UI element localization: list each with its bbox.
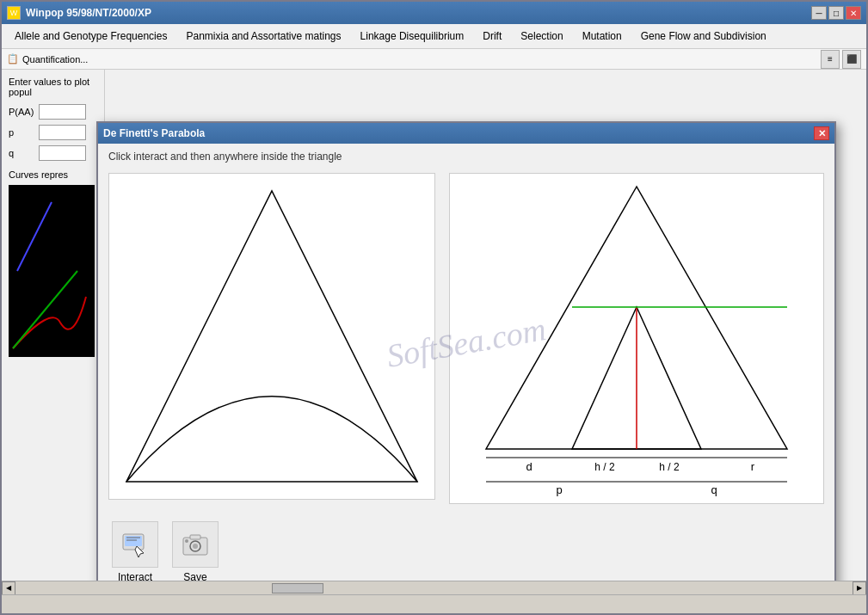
- scrollbar-track[interactable]: [29, 583, 839, 593]
- tab-panmixia[interactable]: Panmixia and Assortative matings: [176, 26, 350, 46]
- p-field: p: [9, 125, 97, 140]
- scrollbar-area: ◀ ▶: [2, 581, 866, 594]
- save-picture-button[interactable]: Savepicture: [172, 521, 219, 581]
- maximize-button[interactable]: □: [828, 6, 844, 20]
- tab-selection[interactable]: Selection: [511, 26, 572, 46]
- interact-button[interactable]: Interact: [112, 521, 158, 581]
- title-buttons: ─ □ ✕: [811, 6, 861, 20]
- svg-text:h / 2: h / 2: [594, 461, 615, 473]
- scroll-right-button[interactable]: ▶: [853, 581, 866, 595]
- app-icon: W: [7, 6, 21, 20]
- tab-linkage[interactable]: Linkage Disequilibrium: [351, 26, 474, 46]
- svg-text:r: r: [751, 460, 755, 473]
- close-button[interactable]: ✕: [846, 6, 861, 20]
- p-aa-field: P(AA): [9, 104, 97, 120]
- svg-line-1: [13, 271, 77, 348]
- interact-icon: [112, 521, 158, 568]
- q-input[interactable]: [39, 145, 86, 161]
- toolbar-btn-2[interactable]: ⬛: [842, 50, 861, 69]
- q-field: q: [9, 145, 97, 161]
- main-window: W Winpop 95/98/NT/2000/XP ─ □ ✕ Allele a…: [0, 0, 868, 615]
- dialog-window: De Finetti's Parabola ✕ Click interact a…: [96, 121, 836, 581]
- svg-point-22: [193, 544, 198, 549]
- save-picture-icon: [172, 521, 219, 568]
- p-input[interactable]: [39, 125, 86, 140]
- inner-breadcrumb: 📋 Quantification... ≡ ⬛: [2, 49, 866, 70]
- dialog-footer: Interact Savepicture: [98, 514, 834, 581]
- q-label: q: [9, 148, 39, 158]
- dialog-close-button[interactable]: ✕: [814, 126, 829, 140]
- p-aa-input[interactable]: [39, 104, 86, 120]
- toolbar-btn-1[interactable]: ≡: [821, 50, 840, 69]
- title-bar: W Winpop 95/98/NT/2000/XP ─ □ ✕: [2, 2, 866, 24]
- left-triangle-panel[interactable]: [108, 173, 435, 500]
- svg-point-24: [185, 539, 188, 543]
- breadcrumb-icon: 📋: [7, 53, 19, 65]
- interact-label: Interact: [118, 571, 152, 581]
- window-title: Winpop 95/98/NT/2000/XP: [26, 7, 151, 19]
- content-area: Enter values to plot popul P(AA) p q Cur…: [2, 70, 866, 581]
- p-aa-label: P(AA): [9, 107, 39, 117]
- tab-allele-genotype[interactable]: Allele and Genotype Frequencies: [5, 26, 176, 46]
- curves-label: Curves repres: [9, 169, 97, 180]
- save-picture-label: Savepicture: [180, 571, 211, 581]
- svg-text:q: q: [711, 483, 717, 496]
- svg-line-0: [17, 202, 52, 271]
- svg-text:p: p: [556, 483, 562, 496]
- tab-mutation[interactable]: Mutation: [573, 26, 631, 46]
- dialog-title-bar: De Finetti's Parabola ✕: [98, 123, 834, 144]
- dialog-content: d h / 2 h / 2 r p q: [98, 169, 834, 514]
- dialog-instruction: Click interact and then anywhere inside …: [98, 144, 834, 169]
- svg-text:d: d: [526, 460, 532, 473]
- status-bar: [2, 594, 866, 613]
- svg-text:h / 2: h / 2: [659, 461, 680, 473]
- sidebar-enter-label: Enter values to plot popul: [9, 77, 97, 97]
- curves-canvas: [9, 185, 95, 357]
- scroll-left-button[interactable]: ◀: [2, 581, 15, 595]
- breadcrumb-text: Quantification...: [22, 54, 88, 65]
- menu-bar: Allele and Genotype Frequencies Panmixia…: [2, 24, 866, 49]
- title-bar-left: W Winpop 95/98/NT/2000/XP: [7, 6, 151, 20]
- p-label: p: [9, 127, 39, 138]
- tab-gene-flow[interactable]: Gene Flow and Subdivision: [631, 26, 776, 46]
- dialog-title: De Finetti's Parabola: [103, 127, 205, 139]
- svg-rect-23: [190, 535, 200, 539]
- sidebar: Enter values to plot popul P(AA) p q Cur…: [2, 70, 105, 581]
- tab-drift[interactable]: Drift: [473, 26, 511, 46]
- scrollbar-thumb[interactable]: [272, 583, 323, 593]
- minimize-button[interactable]: ─: [811, 6, 827, 20]
- right-triangle-panel[interactable]: d h / 2 h / 2 r p q: [449, 173, 824, 504]
